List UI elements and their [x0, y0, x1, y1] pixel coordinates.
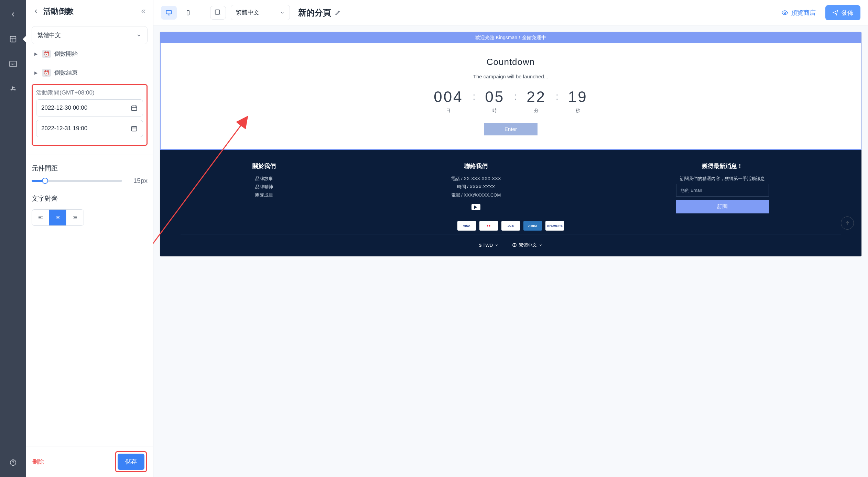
preview-store-label: 預覽商店: [791, 9, 816, 17]
amex-icon: AMEX: [523, 221, 542, 231]
countdown-subtitle: The campaign will be launched...: [167, 74, 854, 79]
youtube-icon[interactable]: [471, 204, 480, 210]
theme-icon[interactable]: [6, 81, 21, 96]
days-value: 004: [434, 88, 463, 106]
date-start-input[interactable]: [36, 100, 125, 116]
edit-page-name-icon[interactable]: [335, 10, 341, 16]
text-align-label: 文字對齊: [32, 194, 148, 203]
preview-language-value: 繁體中文: [236, 9, 259, 16]
payment-icons: VISA ●● JCB AMEX O PAYMENTS: [170, 221, 851, 231]
mins-label: 分: [527, 108, 546, 114]
footer-link[interactable]: 品牌故事: [252, 176, 276, 182]
footer-text: 時間 / XXXX-XXXX: [451, 184, 501, 190]
spacing-label: 元件間距: [32, 164, 148, 173]
chevron-down-icon: [539, 243, 542, 247]
align-left-button[interactable]: [32, 210, 49, 225]
svg-rect-5: [131, 126, 137, 131]
date-end-input[interactable]: [36, 120, 125, 137]
clock-icon: ⏰: [42, 69, 51, 77]
subscribe-button[interactable]: 訂閱: [676, 200, 769, 213]
countdown-end-row[interactable]: ▶ ⏰ 倒數結束: [32, 63, 148, 82]
publish-button[interactable]: 發佈: [825, 5, 860, 20]
send-icon: [832, 10, 838, 16]
colon: :: [473, 88, 476, 102]
language-select[interactable]: 繁體中文: [32, 26, 148, 44]
help-icon[interactable]: [6, 455, 21, 470]
text-align-segmented: [32, 209, 84, 226]
days-label: 日: [434, 108, 463, 114]
page-footer: 關於我們 品牌故事 品牌精神 團隊成員 聯絡我們 電話 / XX-XXX-XXX…: [160, 150, 861, 256]
currency-value: $ TWD: [479, 243, 493, 248]
spacing-slider[interactable]: [32, 180, 122, 182]
hours-value: 05: [485, 88, 504, 106]
footer-news-sub: 訂閱我們的精選內容，獲得第一手活動訊息: [676, 176, 769, 182]
left-rail: SEO: [0, 0, 26, 477]
layout-icon[interactable]: [6, 32, 21, 47]
caret-right-icon: ▶: [34, 52, 39, 56]
hours-label: 時: [485, 108, 504, 114]
footer-link[interactable]: 團隊成員: [252, 192, 276, 198]
chevron-down-icon: [280, 10, 285, 15]
language-select-value: 繁體中文: [37, 31, 61, 39]
align-right-button[interactable]: [66, 210, 84, 225]
main-area: 繁體中文 新的分頁 預覽商店 發佈: [153, 0, 868, 477]
clock-icon: ⏰: [42, 50, 51, 58]
footer-news-heading: 獲得最新消息！: [676, 162, 769, 170]
back-arrow-icon[interactable]: [6, 7, 21, 22]
eye-icon: [781, 9, 788, 16]
currency-select[interactable]: $ TWD: [479, 242, 498, 248]
save-button[interactable]: 儲存: [118, 454, 144, 470]
panel-title: 活動倒數: [43, 6, 74, 16]
date-start-field[interactable]: [36, 99, 143, 117]
enter-button[interactable]: Enter: [484, 123, 538, 135]
chevron-down-icon: [495, 243, 498, 247]
jcb-icon: JCB: [501, 221, 520, 231]
svg-text:SEO: SEO: [11, 63, 15, 65]
period-highlight-box: 活動期間(GMT+08:00): [32, 84, 148, 146]
align-center-button[interactable]: [49, 210, 66, 225]
footer-about-col: 關於我們 品牌故事 品牌精神 團隊成員: [252, 162, 276, 213]
delete-button[interactable]: 刪除: [32, 458, 44, 466]
calendar-icon[interactable]: [125, 120, 143, 137]
colon: :: [514, 88, 517, 102]
svg-rect-0: [10, 36, 16, 42]
collapse-panel-icon[interactable]: [140, 8, 146, 14]
panel-back-icon[interactable]: [32, 6, 40, 16]
globe-icon: [512, 243, 517, 247]
date-end-field[interactable]: [36, 120, 143, 137]
preview-language-select[interactable]: 繁體中文: [231, 5, 290, 20]
colon: :: [556, 88, 558, 102]
selected-block[interactable]: ⏰ 活動倒數 歡迎光臨 Kingsman！全館免運中 Countdown The…: [160, 32, 861, 150]
svg-rect-4: [131, 106, 137, 110]
footer-link[interactable]: 品牌精神: [252, 184, 276, 190]
visa-icon: VISA: [457, 221, 476, 231]
scroll-top-button[interactable]: [841, 217, 854, 230]
svg-point-9: [784, 12, 786, 13]
calendar-icon[interactable]: [125, 100, 143, 116]
secs-label: 秒: [568, 108, 588, 114]
interact-mode-icon[interactable]: [210, 6, 226, 20]
seo-icon[interactable]: SEO: [6, 56, 21, 71]
countdown-numbers: 004 日 : 05 時 : 22 分 :: [167, 88, 854, 114]
period-label: 活動期間(GMT+08:00): [36, 89, 143, 97]
page-name-text: 新的分頁: [298, 7, 331, 18]
mins-value: 22: [527, 88, 546, 106]
countdown-start-row[interactable]: ▶ ⏰ 倒數開始: [32, 44, 148, 63]
chevron-down-icon: [136, 33, 142, 38]
preview-store-button[interactable]: 預覽商店: [777, 6, 821, 20]
footer-contact-col: 聯絡我們 電話 / XX-XXX-XXX-XXX 時間 / XXXX-XXXX …: [451, 162, 501, 213]
preview-canvas: ⏰ 活動倒數 歡迎光臨 Kingsman！全館免運中 Countdown The…: [153, 25, 868, 477]
footer-subscribe-col: 獲得最新消息！ 訂閱我們的精選內容，獲得第一手活動訊息 訂閱: [676, 162, 769, 213]
announcement-banner: 歡迎光臨 Kingsman！全館免運中: [161, 33, 861, 43]
subscribe-email-input[interactable]: [676, 184, 769, 197]
save-highlight-box: 儲存: [115, 451, 147, 472]
footer-text: 電郵 / XXX@XXXX.COM: [451, 192, 501, 198]
row-label: 倒數開始: [54, 50, 78, 58]
svg-rect-6: [166, 10, 172, 14]
publish-label: 發佈: [841, 9, 854, 17]
mobile-view-icon[interactable]: [180, 6, 196, 20]
page-preview: ⏰ 活動倒數 歡迎光臨 Kingsman！全館免運中 Countdown The…: [160, 32, 862, 257]
footer-language-select[interactable]: 繁體中文: [512, 242, 542, 248]
desktop-view-icon[interactable]: [161, 6, 177, 20]
mastercard-icon: ●●: [479, 221, 498, 231]
